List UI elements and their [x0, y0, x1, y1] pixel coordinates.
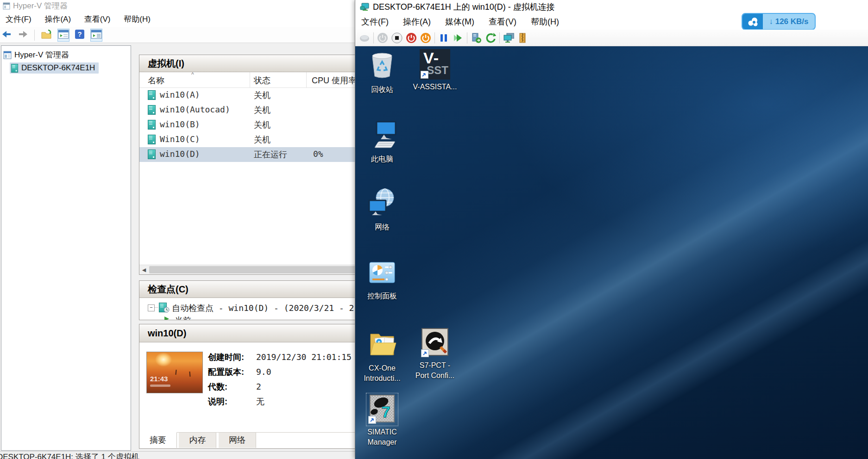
vm-icon — [148, 90, 156, 100]
v-assistant-icon: V- SST — [420, 49, 450, 80]
tree-root-hyperv-manager[interactable]: Hyper-V 管理器 — [3, 50, 69, 61]
resume-button[interactable] — [453, 32, 464, 43]
pause-button[interactable] — [438, 32, 449, 43]
recycle-bin-icon — [367, 50, 397, 81]
icon-label: SIMATIC Manager — [359, 427, 405, 447]
field-config-version: 配置版本:9.0 — [208, 366, 271, 378]
field-value: 2 — [256, 382, 261, 391]
vm-thumbnail[interactable]: 21:43 — [146, 352, 203, 393]
icon-label: S7-PCT - Port Confi... — [412, 360, 458, 380]
tab-network[interactable]: 网络 — [219, 433, 256, 448]
tab-memory[interactable]: 内存 — [179, 433, 216, 448]
field-value: 2019/12/30 21:01:15 — [256, 352, 352, 362]
column-cpu[interactable]: CPU 使用率 — [312, 75, 357, 86]
field-label: 创建时间: — [208, 352, 256, 363]
vmc-menu-file[interactable]: 文件(F) — [355, 14, 395, 30]
hyperv-menu-action[interactable]: 操作(A) — [39, 12, 76, 27]
vmc-menu-help[interactable]: 帮助(H) — [525, 14, 565, 30]
tree-host-desktop-6k74e1h[interactable]: DESKTOP-6K74E1H — [10, 62, 99, 74]
stop-button[interactable] — [391, 32, 403, 43]
vmc-menu-view[interactable]: 查看(V) — [483, 14, 522, 30]
column-divider — [250, 72, 250, 87]
shortcut-arrow-icon — [421, 71, 428, 79]
back-button[interactable] — [1, 29, 13, 42]
vmconnect-app-icon — [360, 3, 369, 11]
column-state[interactable]: 状态 — [254, 75, 270, 86]
shut-down-button[interactable] — [420, 32, 431, 43]
revert-button[interactable] — [485, 32, 496, 43]
hyperv-manager-window: Hyper-V 管理器 文件(F) 操作(A) 查看(V) 帮助(H) ? Hy… — [0, 0, 355, 459]
checkpoint-button[interactable] — [471, 32, 482, 43]
start-button-disabled[interactable] — [377, 32, 388, 43]
netdisk-speed-badge[interactable]: ↓ 126 KB/s — [742, 13, 816, 30]
svg-text:7: 7 — [382, 403, 390, 421]
turn-off-button[interactable] — [406, 32, 417, 43]
desktop-icon-simatic-manager[interactable]: 7 SIMATIC Manager — [359, 394, 405, 447]
field-notes: 说明:无 — [208, 396, 264, 407]
console-tree-panel: Hyper-V 管理器 DESKTOP-6K74E1H — [1, 45, 131, 451]
vm-state: 正在运行 — [254, 149, 287, 160]
icon-label: CX-One Introducti... — [359, 363, 405, 383]
desktop-icon-recycle-bin[interactable]: 回收站 — [359, 50, 405, 95]
vmc-menu-action[interactable]: 操作(A) — [397, 14, 437, 30]
enhanced-session-button[interactable] — [503, 32, 514, 43]
hyperv-menu-view[interactable]: 查看(V) — [79, 12, 116, 27]
vm-desktop[interactable]: 回收站 V- SST V-ASSISTA... 此电脑 — [355, 46, 868, 459]
tree-host-selection: DESKTOP-6K74E1H — [10, 62, 99, 74]
ctrl-alt-del-button[interactable] — [359, 32, 370, 43]
desktop-icon-this-pc[interactable]: 此电脑 — [359, 120, 405, 164]
vmconnect-title-bar: DESKTOP-6K74E1H 上的 win10(D) - 虚拟机连接 — [355, 0, 868, 14]
scrollbar-thumb[interactable] — [149, 266, 371, 273]
help-button[interactable]: ? — [74, 29, 85, 42]
desktop-icon-control-panel[interactable]: 控制面板 — [359, 260, 405, 301]
desktop-icon-network[interactable]: 网络 — [359, 186, 405, 232]
hyperv-window-title: Hyper-V 管理器 — [13, 0, 68, 12]
integration-services-button[interactable] — [517, 32, 528, 43]
vm-icon — [148, 120, 156, 130]
column-name[interactable]: 名称 — [148, 75, 164, 86]
console-window-icon — [58, 29, 69, 39]
desktop-icon-v-assistant[interactable]: V- SST V-ASSISTA... — [412, 49, 458, 92]
hyperv-menu-file[interactable]: 文件(F) — [0, 12, 37, 27]
forward-button[interactable] — [17, 29, 28, 42]
vm-state: 关机 — [254, 119, 270, 130]
checkpoint-icon — [471, 32, 482, 43]
desktop-icon-s7-pct[interactable]: S7-PCT - Port Confi... — [412, 328, 458, 380]
checkpoint-clock-icon — [164, 307, 170, 313]
simatic-manager-icon: 7 — [367, 394, 397, 425]
scroll-left-arrow-icon[interactable]: ◀ — [139, 265, 149, 274]
download-speed-text: ↓ 126 KB/s — [763, 17, 815, 26]
v-assist-icon-text-line2: SST — [427, 64, 448, 77]
thumbnail-date-blur — [150, 385, 170, 387]
field-label: 代数: — [208, 381, 256, 392]
action-pane-toggle-button[interactable] — [90, 29, 102, 42]
svg-text:?: ? — [78, 30, 82, 38]
field-created: 创建时间:2019/12/30 21:01:15 — [208, 352, 352, 363]
sort-ascending-icon: ^ — [191, 71, 194, 78]
hyperv-app-icon — [3, 2, 10, 10]
cabinet-icon — [518, 32, 528, 43]
icon-label: 网络 — [359, 222, 405, 232]
toolbar-separator — [467, 32, 467, 43]
silhouette — [175, 370, 176, 375]
hyperv-menu-help[interactable]: 帮助(H) — [118, 12, 156, 27]
collapse-expander-icon[interactable]: − — [148, 304, 155, 311]
revert-arrow-icon — [485, 32, 496, 43]
open-button[interactable] — [40, 29, 52, 42]
s7-pct-icon — [420, 328, 450, 358]
tab-summary[interactable]: 摘要 — [139, 432, 177, 448]
toolbar-separator — [34, 30, 35, 41]
hyperv-title-bar: Hyper-V 管理器 — [0, 0, 355, 12]
console-tree-toggle-button[interactable] — [57, 29, 69, 42]
hyperv-menu-bar: 文件(F) 操作(A) 查看(V) 帮助(H) — [0, 12, 355, 27]
current-arrow-icon — [164, 316, 170, 320]
screen: Hyper-V 管理器 文件(F) 操作(A) 查看(V) 帮助(H) ? Hy… — [0, 0, 868, 459]
field-label: 配置版本: — [208, 366, 256, 378]
vmconnect-toolbar — [355, 30, 868, 46]
toolbar-separator — [499, 32, 500, 43]
vmc-menu-media[interactable]: 媒体(M) — [439, 14, 480, 30]
field-value: 9.0 — [256, 367, 271, 377]
desktop-icon-cx-one[interactable]: epdf f CX-One Introducti... — [359, 328, 405, 383]
vm-cpu: 0% — [313, 149, 323, 159]
play-icon — [453, 33, 464, 43]
